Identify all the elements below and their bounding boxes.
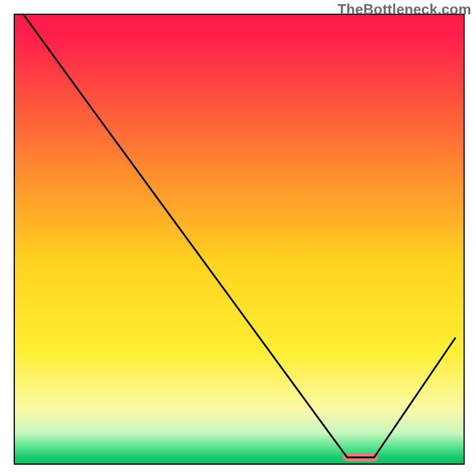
bottleneck-chart <box>0 0 476 476</box>
watermark-text: TheBottleneck.com <box>337 1 471 18</box>
chart-container: TheBottleneck.com <box>0 0 476 476</box>
plot-background <box>14 14 464 464</box>
